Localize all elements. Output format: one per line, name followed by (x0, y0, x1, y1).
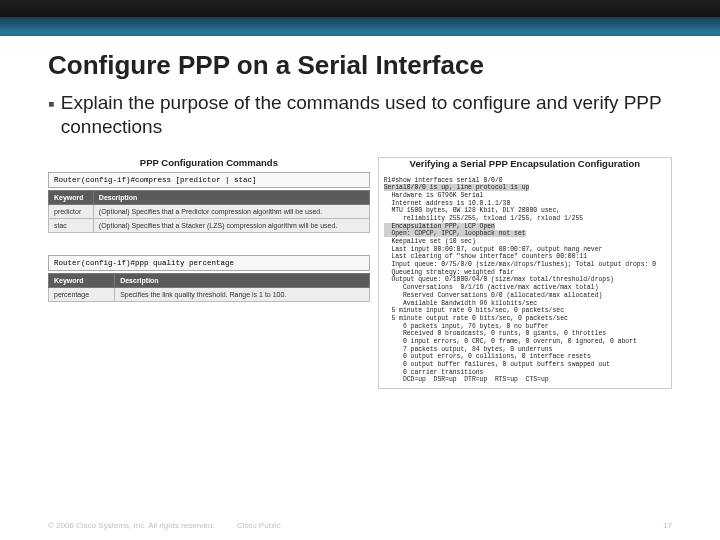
th-description: Description (93, 190, 369, 204)
bullet-item: ▪ Explain the purpose of the commands us… (48, 91, 672, 139)
title-bar (0, 0, 720, 36)
th-keyword: Keyword (49, 190, 94, 204)
cell-desc: Specifies the link quality threshold. Ra… (115, 287, 370, 301)
cell-keyword: stac (49, 218, 94, 232)
slide: Configure PPP on a Serial Interface ▪ Ex… (0, 0, 720, 540)
table-row: stac (Optional) Specifies that a Stacker… (49, 218, 370, 232)
figure-title-left: PPP Configuration Commands (48, 157, 370, 172)
bullet-text: Explain the purpose of the commands used… (61, 91, 672, 139)
footer: © 2006 Cisco Systems, Inc. All rights re… (0, 521, 720, 530)
cell-keyword: percentage (49, 287, 115, 301)
footer-public: Cisco Public (237, 521, 281, 530)
table-compress: Keyword Description predictor (Optional)… (48, 190, 370, 233)
table-row: percentage Specifies the link quality th… (49, 287, 370, 301)
cli-output: R1#show interfaces serial 0/0/0 Serial0/… (379, 173, 671, 389)
cell-keyword: predictor (49, 204, 94, 218)
figure-verify-ppp: Verifying a Serial PPP Encapsulation Con… (378, 157, 672, 390)
command-ppp-quality: Router(config-if)#ppp quality percentage (48, 255, 370, 271)
table-quality: Keyword Description percentage Specifies… (48, 273, 370, 302)
command-compress: Router(config-if)#compress [predictor | … (48, 172, 370, 188)
table-row: predictor (Optional) Specifies that a Pr… (49, 204, 370, 218)
page-number: 17 (663, 521, 672, 530)
slide-title: Configure PPP on a Serial Interface (48, 50, 672, 81)
figures-row: PPP Configuration Commands Router(config… (48, 157, 672, 390)
th-description: Description (115, 273, 370, 287)
bullet-icon: ▪ (48, 92, 55, 116)
content-area: Configure PPP on a Serial Interface ▪ Ex… (0, 36, 720, 389)
figure-ppp-commands: PPP Configuration Commands Router(config… (48, 157, 370, 390)
footer-copyright: © 2006 Cisco Systems, Inc. All rights re… (48, 521, 214, 530)
cell-desc: (Optional) Specifies that a Predictor co… (93, 204, 369, 218)
cell-desc: (Optional) Specifies that a Stacker (LZS… (93, 218, 369, 232)
figure-title-right: Verifying a Serial PPP Encapsulation Con… (379, 158, 671, 173)
th-keyword: Keyword (49, 273, 115, 287)
